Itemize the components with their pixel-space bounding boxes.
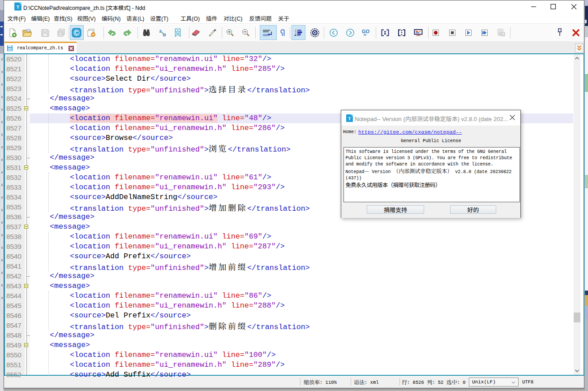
svg-text:T: T (348, 116, 351, 121)
svg-text:T: T (16, 4, 20, 9)
svg-text:GO: GO (362, 29, 370, 34)
svg-text:b: b (159, 29, 162, 34)
